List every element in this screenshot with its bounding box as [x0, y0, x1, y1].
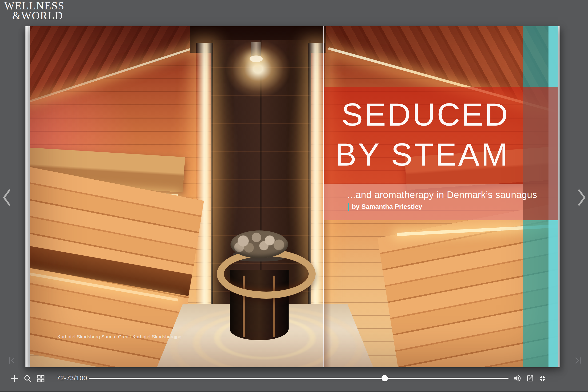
thumbnail-grid-icon: [37, 375, 44, 382]
photo-caption: Kurhotel Skodsborg Sauna. Credit Kurhote…: [58, 334, 182, 340]
thumbnail-grid-button[interactable]: [37, 375, 44, 383]
first-page-button[interactable]: [8, 356, 16, 366]
zoom-in-button[interactable]: [10, 374, 19, 384]
skip-to-end-icon: [574, 356, 582, 364]
byline-text: by Samantha Priestley: [352, 203, 422, 210]
search-icon: [24, 374, 32, 382]
byline-accent-bar: [348, 203, 349, 211]
article-subtitle: ...and aromatherapy in Denmark’s saunagu…: [348, 190, 537, 200]
next-page-button[interactable]: [576, 188, 586, 208]
page-progress-slider[interactable]: [89, 378, 508, 379]
search-button[interactable]: [24, 374, 32, 384]
volume-icon: [513, 374, 522, 382]
brand-logo-line2: &WORLD: [4, 11, 64, 21]
share-export-icon: [526, 374, 534, 382]
chevron-right-icon: [576, 188, 586, 206]
page-stack-edge-right: [558, 26, 560, 367]
brand-logo: WELLNESS &WORLD: [4, 1, 64, 21]
brand-logo-line1: WELLNESS: [4, 1, 64, 11]
skip-to-start-icon: [8, 356, 16, 364]
article-title-line2: BY STEAM: [335, 134, 510, 174]
page-stack-edge-left: [25, 26, 30, 367]
share-button[interactable]: [526, 374, 534, 383]
magazine-viewer: WELLNESS &WORLD: [0, 0, 588, 392]
exit-fullscreen-button[interactable]: [538, 374, 547, 384]
article-title-line1: SEDUCED: [335, 94, 510, 134]
last-page-button[interactable]: [574, 356, 582, 366]
plus-icon: [10, 374, 19, 382]
bottom-edge-shadow: [0, 391, 588, 392]
chevron-left-icon: [2, 188, 12, 206]
page-indicator: 72-73/100: [56, 374, 87, 382]
volume-button[interactable]: [513, 374, 522, 384]
page-progress-thumb[interactable]: [382, 375, 388, 382]
exit-fullscreen-icon: [538, 374, 547, 382]
previous-page-button[interactable]: [2, 188, 12, 208]
article-byline: by Samantha Priestley: [348, 203, 422, 211]
article-title: SEDUCED BY STEAM: [335, 94, 510, 174]
